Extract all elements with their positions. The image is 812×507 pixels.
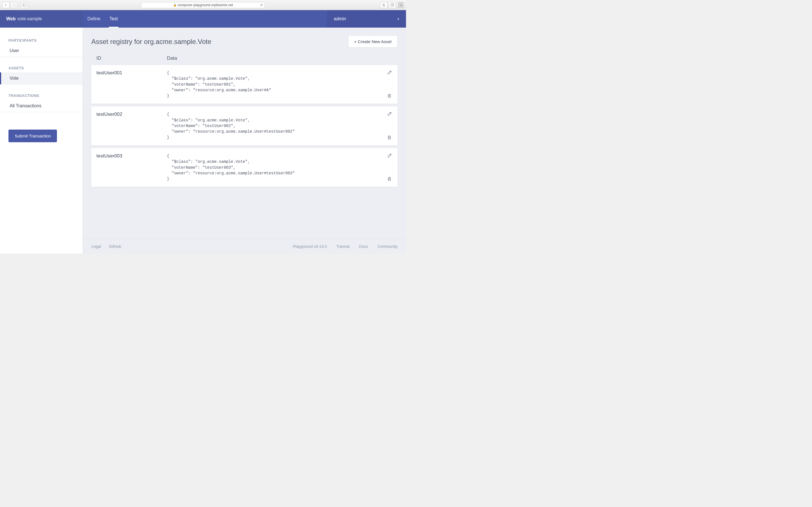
- user-dropdown[interactable]: admin ▾: [327, 10, 406, 27]
- asset-row: testUser003{ "$class": "org.acme.sample.…: [91, 148, 398, 187]
- tabs-button[interactable]: [389, 2, 396, 8]
- share-button[interactable]: [380, 2, 388, 8]
- footer-tutorial[interactable]: Tutorial: [336, 244, 349, 249]
- column-data: Data: [167, 55, 393, 61]
- brand-name: vote-sample: [17, 16, 42, 21]
- sidebar-heading-participants: PARTICIPANTS: [0, 36, 83, 45]
- svg-rect-0: [23, 4, 27, 6]
- edit-icon[interactable]: [388, 112, 393, 117]
- sidebar-item-all-transactions[interactable]: All Transactions: [0, 100, 83, 112]
- asset-id: testUser002: [96, 112, 167, 140]
- asset-id: testUser003: [96, 153, 167, 182]
- footer: Legal GitHub Playground v0.14.0 Tutorial…: [83, 239, 406, 253]
- sidebar-toggle-button[interactable]: [21, 2, 28, 8]
- tab-define[interactable]: Define: [83, 10, 105, 27]
- lock-icon: 🔒: [173, 3, 176, 6]
- top-tabs: Define Test: [83, 10, 122, 27]
- delete-icon[interactable]: [388, 177, 393, 182]
- asset-row: testUser002{ "$class": "org.acme.sample.…: [91, 107, 398, 145]
- user-name: admin: [334, 16, 346, 21]
- footer-docs[interactable]: Docs: [359, 244, 368, 249]
- app-header: Web vote-sample Define Test admin ▾: [0, 10, 406, 27]
- chevron-down-icon: ▾: [398, 17, 399, 21]
- create-asset-button[interactable]: + Create New Asset: [348, 36, 398, 48]
- reload-icon[interactable]: ⟳: [260, 3, 263, 7]
- brand[interactable]: Web vote-sample: [0, 10, 83, 27]
- sidebar-item-vote[interactable]: Vote: [0, 72, 83, 84]
- asset-data: { "$class": "org.acme.sample.Vote", "vot…: [167, 153, 381, 182]
- sidebar-heading-transactions: TRANSACTIONS: [0, 91, 83, 100]
- asset-id: testUser001: [96, 70, 167, 99]
- asset-data: { "$class": "org.acme.sample.Vote", "vot…: [167, 112, 381, 140]
- submit-transaction-button[interactable]: Submit Transaction: [8, 129, 57, 142]
- new-tab-button[interactable]: +: [398, 2, 404, 8]
- sidebar-item-user[interactable]: User: [0, 45, 83, 57]
- footer-community[interactable]: Community: [377, 244, 398, 249]
- column-id: ID: [96, 55, 167, 61]
- list-header: ID Data: [91, 55, 398, 65]
- delete-icon[interactable]: [388, 94, 393, 99]
- url-bar[interactable]: 🔒 composer-playground.mybluemix.net ⟳: [141, 2, 265, 8]
- asset-data: { "$class": "org.acme.sample.Vote", "vot…: [167, 70, 381, 99]
- page-title: Asset registry for org.acme.sample.Vote: [91, 38, 211, 46]
- sidebar: PARTICIPANTS User ASSETS Vote TRANSACTIO…: [0, 27, 83, 253]
- url-text: composer-playground.mybluemix.net: [177, 3, 233, 7]
- sidebar-heading-assets: ASSETS: [0, 63, 83, 72]
- footer-version[interactable]: Playground v0.14.0: [293, 244, 327, 249]
- tab-test[interactable]: Test: [105, 10, 122, 27]
- asset-row: testUser001{ "$class": "org.acme.sample.…: [91, 65, 398, 104]
- edit-icon[interactable]: [388, 70, 393, 75]
- forward-button[interactable]: [10, 2, 17, 8]
- footer-legal[interactable]: Legal: [91, 244, 101, 249]
- browser-chrome: 🔒 composer-playground.mybluemix.net ⟳ +: [0, 0, 406, 10]
- footer-github[interactable]: GitHub: [109, 244, 121, 249]
- edit-icon[interactable]: [388, 153, 393, 158]
- svg-rect-3: [391, 4, 393, 6]
- content: Asset registry for org.acme.sample.Vote …: [83, 27, 406, 253]
- back-button[interactable]: [2, 2, 10, 8]
- brand-bold: Web: [6, 16, 15, 21]
- delete-icon[interactable]: [388, 135, 393, 140]
